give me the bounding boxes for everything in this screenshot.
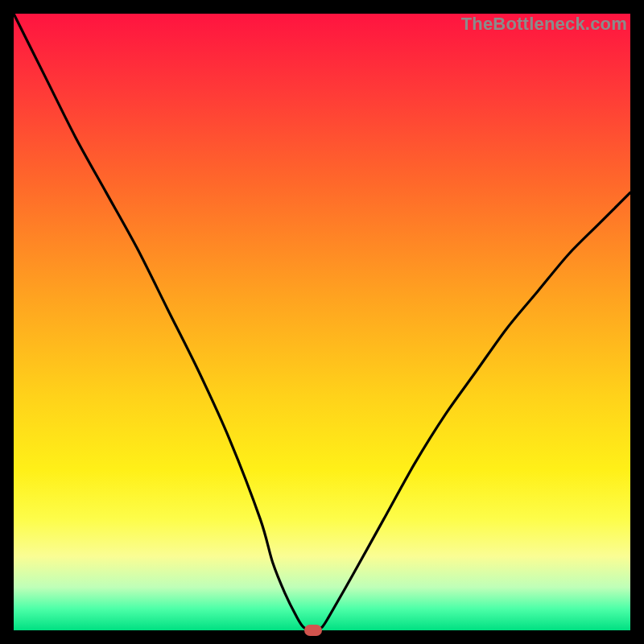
bottleneck-curve <box>14 14 630 630</box>
min-marker <box>304 625 322 636</box>
chart-plot-area: TheBottleneck.com <box>14 14 630 630</box>
chart-frame: TheBottleneck.com <box>0 0 644 644</box>
